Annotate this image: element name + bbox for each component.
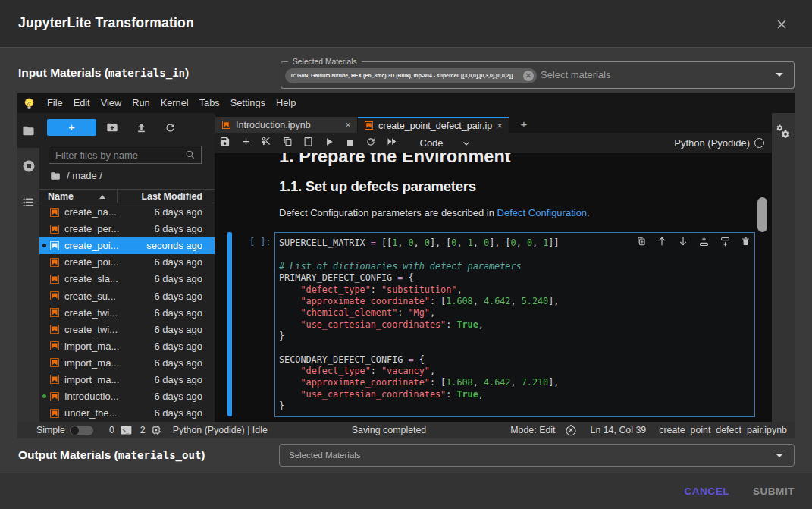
accessibility-icon[interactable] [565, 424, 577, 436]
save-button[interactable] [215, 133, 236, 153]
input-materials-select[interactable]: Selected MaterialsSelected Materials 0: … [281, 61, 795, 89]
file-row-5[interactable]: create_su... 6 days ago [39, 287, 215, 304]
material-chip[interactable]: 0: GaN, Gallium Nitride, HEX (P6_3mc) 3D… [285, 68, 537, 83]
menu-help[interactable]: Help [271, 93, 301, 113]
delete-button[interactable] [735, 237, 757, 250]
insert-above-icon [698, 236, 710, 250]
file-row-2[interactable]: create_poi... seconds ago [39, 237, 215, 254]
menu-settings[interactable]: Settings [225, 93, 271, 113]
input-materials-label: Input Materials (materials_in) [18, 67, 189, 79]
notebook-icon [49, 341, 60, 351]
cell-type-caret-icon[interactable] [462, 139, 471, 148]
stop-button[interactable] [340, 133, 361, 153]
tab-close-icon[interactable]: × [342, 119, 354, 130]
paste-icon [303, 136, 314, 150]
file-row-9[interactable]: import_ma... 6 days ago [39, 354, 215, 371]
file-row-1[interactable]: create_per... 6 days ago [39, 221, 215, 237]
kernel-status-text[interactable]: Python (Pyodide) | Idle [173, 425, 268, 435]
dropdown-caret-icon[interactable] [776, 454, 783, 457]
sidebar-tab-table-of-contents[interactable] [17, 191, 39, 212]
file-row-10[interactable]: import_ma... 6 days ago [39, 371, 215, 388]
code-editor[interactable]: SUPERCELL_MATRIX = [[1, 0, 0], [0, 1, 0]… [279, 237, 754, 412]
file-row-8[interactable]: import_ma... 6 days ago [39, 338, 215, 354]
cancel-button[interactable]: CANCEL [684, 485, 729, 497]
move-up-button[interactable] [652, 237, 673, 250]
refresh-icon[interactable] [163, 121, 177, 134]
file-row-11[interactable]: Introductio... 6 days ago [39, 388, 215, 405]
restart-icon [365, 137, 376, 150]
new-folder-button[interactable] [105, 121, 119, 134]
markdown-h1: 1. Prepare the Environment [279, 153, 511, 166]
cell-type-select[interactable]: Code [420, 137, 444, 149]
notebook-icon [49, 224, 60, 234]
output-materials-select[interactable]: Selected Materials [279, 444, 795, 467]
cell-collapser[interactable] [227, 232, 232, 416]
new-launcher-button[interactable]: + [47, 119, 96, 136]
insert-below-button[interactable] [714, 237, 735, 250]
paste-button[interactable] [298, 133, 319, 153]
file-row-3[interactable]: create_poi... 6 days ago [39, 254, 215, 271]
duplicate-icon [636, 236, 647, 250]
notebook-dock: Introduction.ipynb × create_point_defect… [215, 113, 772, 422]
dialog-title: JupyterLite Transformation [18, 15, 194, 31]
run-all-button[interactable] [381, 133, 403, 153]
file-row-4[interactable]: create_sla... 6 days ago [39, 271, 215, 287]
menu-bar: FileEditViewRunKernelTabsSettingsHelp [17, 93, 795, 113]
sort-asc-icon [99, 195, 105, 199]
upload-button[interactable] [134, 121, 148, 134]
file-list-header[interactable]: Name Last Modified [39, 189, 215, 203]
filter-files-input[interactable]: Filter files by name [49, 146, 202, 164]
kernel-running-dot [42, 394, 46, 398]
chip-delete-icon[interactable]: ✕ [523, 71, 534, 81]
dropdown-caret-icon[interactable] [776, 73, 783, 77]
new-tab-button[interactable]: + [513, 117, 535, 133]
breadcrumb[interactable]: / made / [50, 170, 102, 181]
notebook-icon [49, 357, 60, 368]
line-col-indicator[interactable]: Ln 14, Col 39 [591, 425, 647, 435]
menu-tabs[interactable]: Tabs [194, 93, 225, 113]
file-row-7[interactable]: create_twi... 6 days ago [39, 321, 215, 338]
restart-button[interactable] [361, 133, 382, 153]
sidebar-tab-filebrowser[interactable] [17, 113, 39, 148]
menu-file[interactable]: File [42, 93, 68, 113]
tab-introduction[interactable]: Introduction.ipynb × [215, 117, 357, 133]
notebook-icon [49, 307, 60, 318]
code-cell[interactable]: SUPERCELL_MATRIX = [[1, 0, 0], [0, 1, 0]… [274, 232, 755, 417]
insert-above-button[interactable] [694, 237, 715, 250]
svg-text:$_: $_ [122, 427, 130, 434]
kernels-count[interactable]: 2 [140, 425, 146, 435]
tab-create-point-defect-pair[interactable]: create_point_defect_pair.ip × [358, 117, 509, 133]
file-row-12[interactable]: under_the... 6 days ago [39, 405, 215, 422]
menu-edit[interactable]: Edit [68, 93, 96, 113]
search-icon [185, 149, 196, 160]
cut-button[interactable] [256, 133, 277, 153]
status-bar: Simple 0 $_ 2 Python (Pyodide) | Idle Sa… [17, 422, 795, 438]
menu-view[interactable]: View [96, 93, 127, 113]
duplicate-button[interactable] [631, 237, 652, 250]
tab-close-icon[interactable]: × [494, 120, 506, 131]
terminals-count[interactable]: 0 [109, 425, 114, 435]
file-row-6[interactable]: create_twi... 6 days ago [39, 304, 215, 321]
kernel-name[interactable]: Python (Pyodide) [674, 137, 750, 149]
insert-button[interactable] [236, 133, 257, 153]
submit-button[interactable]: SUBMIT [753, 485, 795, 497]
run-button[interactable] [319, 133, 340, 153]
notebook-scrollbar[interactable] [757, 197, 767, 232]
defect-configuration-link[interactable]: Defect Configuration [497, 207, 588, 218]
sidebar-tab-running-sessions[interactable] [17, 156, 39, 177]
menu-run[interactable]: Run [127, 93, 155, 113]
close-icon[interactable] [775, 18, 788, 32]
menu-kernel[interactable]: Kernel [155, 93, 194, 113]
move-down-button[interactable] [672, 237, 694, 250]
menu-items: FileEditViewRunKernelTabsSettingsHelp [42, 93, 301, 113]
output-materials-label: Output Materials (materials_out) [18, 449, 205, 461]
simple-mode-label: Simple [36, 425, 65, 435]
dialog-header: JupyterLite Transformation [0, 0, 812, 48]
input-select-label: Selected Materials [290, 58, 359, 66]
saving-status: Saving completed [352, 425, 427, 435]
simple-mode-toggle[interactable] [70, 426, 93, 435]
file-row-0[interactable]: create_na... 6 days ago [39, 204, 215, 221]
property-inspector-icon[interactable] [776, 124, 791, 143]
terminal-icon: $_ [121, 426, 132, 435]
copy-button[interactable] [277, 133, 299, 153]
